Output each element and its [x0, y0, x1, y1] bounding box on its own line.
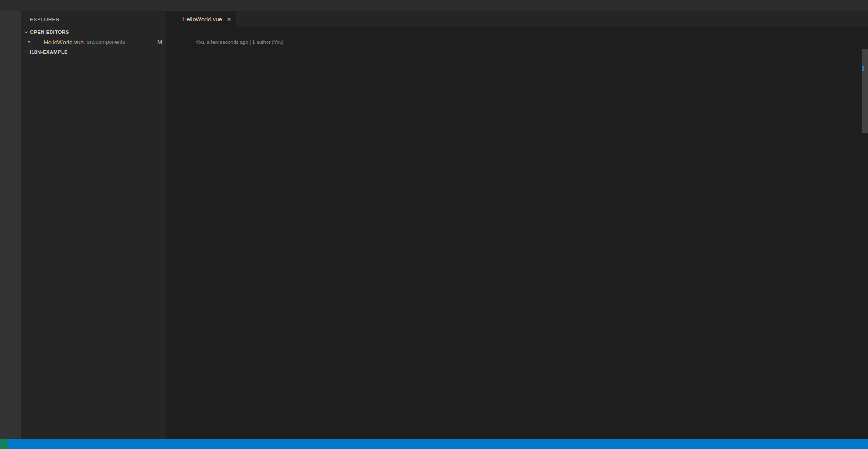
scrollbar-thumb[interactable]: [862, 49, 868, 133]
tab-helloworld-vue[interactable]: HelloWorld.vue ✕: [166, 11, 236, 27]
gitlens-authors-lens[interactable]: You, a few seconds ago | 1 author (You): [166, 38, 868, 46]
tab-bar: HelloWorld.vue ✕: [166, 11, 868, 27]
activity-bar: [0, 11, 21, 439]
editor-actions: [863, 11, 868, 27]
remote-indicator[interactable]: [0, 439, 8, 449]
breadcrumb: [166, 27, 868, 38]
project-root-header[interactable]: › I18N-EXAMPLE: [21, 47, 166, 57]
open-editors-header[interactable]: › OPEN EDITORS: [21, 27, 166, 37]
menu-bar: [0, 0, 868, 11]
sidebar-explorer: EXPLORER › OPEN EDITORS ✕ HelloWorld.vue…: [21, 11, 166, 439]
editor-group: HelloWorld.vue ✕ You, a few seconds ago …: [166, 11, 868, 439]
status-bar: [0, 439, 868, 449]
editor-scrollbar[interactable]: [862, 38, 868, 439]
tab-close-icon[interactable]: ✕: [227, 16, 231, 23]
close-icon[interactable]: ✕: [25, 39, 33, 45]
git-modified-badge: M: [157, 39, 162, 45]
chevron-down-icon: ›: [23, 48, 29, 56]
code-editor[interactable]: You, a few seconds ago | 1 author (You): [166, 38, 868, 439]
open-editor-helloworld[interactable]: ✕ HelloWorld.vue src/components M: [21, 37, 166, 47]
modified-overview-mark: [862, 66, 864, 71]
explorer-title: EXPLORER: [21, 11, 166, 27]
chevron-down-icon: ›: [23, 28, 29, 36]
